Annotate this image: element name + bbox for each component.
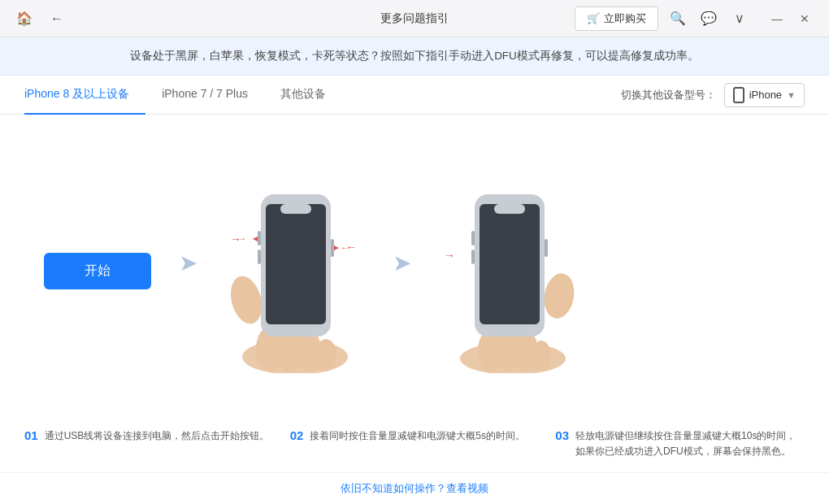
svg-rect-9 (258, 231, 261, 245)
buy-button[interactable]: 🛒 立即购买 (575, 7, 658, 31)
svg-rect-25 (480, 204, 540, 324)
title-bar-left: 🏠 ← (13, 7, 68, 30)
tab-iphone8-plus[interactable]: iPhone 8 及以上设备 (24, 76, 145, 115)
svg-rect-11 (331, 239, 334, 257)
step-number-3: 03 (555, 428, 569, 459)
window-title: 更多问题指引 (380, 11, 449, 26)
desc-item-1: 01 通过USB线将设备连接到电脑，然后点击开始按钮。 (16, 428, 282, 459)
dropdown-chevron-icon: ▼ (787, 90, 796, 100)
main-content: iPhone 8 及以上设备 iPhone 7 / 7 Plus 其他设备 切换… (0, 76, 829, 504)
step-number-2: 02 (290, 428, 304, 459)
device-selector: 切换其他设备型号： iPhone ▼ (621, 83, 805, 107)
message-button[interactable]: 💬 (697, 7, 720, 30)
info-text: 设备处于黑屏，白苹果，恢复模式，卡死等状态？按照如下指引手动进入DFU模式再修复… (130, 50, 699, 62)
back-button[interactable]: ← (46, 7, 68, 30)
svg-marker-14 (334, 245, 339, 250)
device-selector-dropdown[interactable]: iPhone ▼ (724, 83, 805, 107)
title-bar-right: 🛒 立即购买 🔍 💬 ∨ — ✕ (575, 7, 816, 31)
cart-icon: 🛒 (587, 12, 600, 24)
svg-rect-7 (266, 204, 326, 324)
svg-text:→: → (444, 249, 455, 262)
search-button[interactable]: 🔍 (666, 7, 689, 30)
svg-text:←: ← (345, 241, 357, 254)
phone-illustration-step2: → ← → ← (206, 178, 384, 373)
bottom-link-area: 依旧不知道如何操作？查看视频 (0, 472, 829, 504)
svg-rect-26 (494, 204, 525, 214)
svg-point-23 (540, 271, 577, 320)
desc-item-3: 03 轻放电源键但继续按住音量显减键大概10s的时间，如果你已经成功进入DFU模… (547, 428, 813, 459)
device-selector-label: 切换其他设备型号： (621, 88, 716, 102)
tabs-container: iPhone 8 及以上设备 iPhone 7 / 7 Plus 其他设备 (24, 76, 342, 114)
device-selected-value: iPhone (749, 89, 782, 101)
buy-label: 立即购买 (604, 11, 646, 26)
info-banner: 设备处于黑屏，白苹果，恢复模式，卡死等状态？按照如下指引手动进入DFU模式再修复… (0, 37, 829, 76)
start-button[interactable]: 开始 (44, 253, 151, 289)
arrow-icon-1: ➤ (171, 250, 206, 276)
desc-item-2: 02 接着同时按住音量显减键和电源键大概5s的时间。 (282, 428, 548, 459)
title-bar: 🏠 ← 更多问题指引 🛒 立即购买 🔍 💬 ∨ — ✕ (0, 0, 829, 37)
home-button[interactable]: 🏠 (13, 7, 36, 30)
phone-illustration-step3: → (419, 178, 598, 373)
close-button[interactable]: ✕ (793, 7, 816, 30)
watch-video-link[interactable]: 依旧不知道如何操作？查看视频 (341, 482, 488, 494)
phone-svg-step3: → (436, 178, 582, 373)
phone-small-icon (733, 87, 744, 103)
window-controls: — ✕ (766, 7, 816, 30)
svg-rect-27 (471, 231, 475, 245)
step-start: 开始 (24, 253, 171, 298)
chevron-down-icon[interactable]: ∨ (728, 7, 751, 30)
minimize-button[interactable]: — (766, 7, 788, 30)
step-number-1: 01 (24, 428, 38, 459)
descriptions-row: 01 通过USB线将设备连接到电脑，然后点击开始按钮。 02 接着同时按住音量显… (0, 428, 829, 472)
steps-visual-area: 开始 ➤ (0, 115, 829, 428)
svg-point-4 (315, 339, 336, 371)
tab-other-devices[interactable]: 其他设备 (264, 76, 342, 115)
svg-text:→: → (230, 232, 241, 245)
svg-point-5 (226, 272, 267, 327)
arrow-icon-2: ➤ (384, 250, 419, 276)
phone-svg-step2: → ← → ← (222, 178, 368, 373)
step-desc-3: 轻放电源键但继续按住音量显减键大概10s的时间，如果你已经成功进入DFU模式，屏… (575, 428, 805, 459)
svg-rect-10 (258, 250, 261, 264)
tabs-row: iPhone 8 及以上设备 iPhone 7 / 7 Plus 其他设备 切换… (0, 76, 829, 115)
tab-iphone7[interactable]: iPhone 7 / 7 Plus (145, 76, 264, 115)
svg-rect-8 (280, 204, 311, 214)
step-desc-2: 接着同时按住音量显减键和电源键大概5s的时间。 (310, 428, 525, 459)
svg-rect-29 (545, 239, 548, 257)
svg-point-22 (532, 341, 551, 371)
svg-rect-28 (471, 250, 475, 264)
step-desc-1: 通过USB线将设备连接到电脑，然后点击开始按钮。 (45, 428, 270, 459)
svg-marker-12 (253, 237, 258, 241)
